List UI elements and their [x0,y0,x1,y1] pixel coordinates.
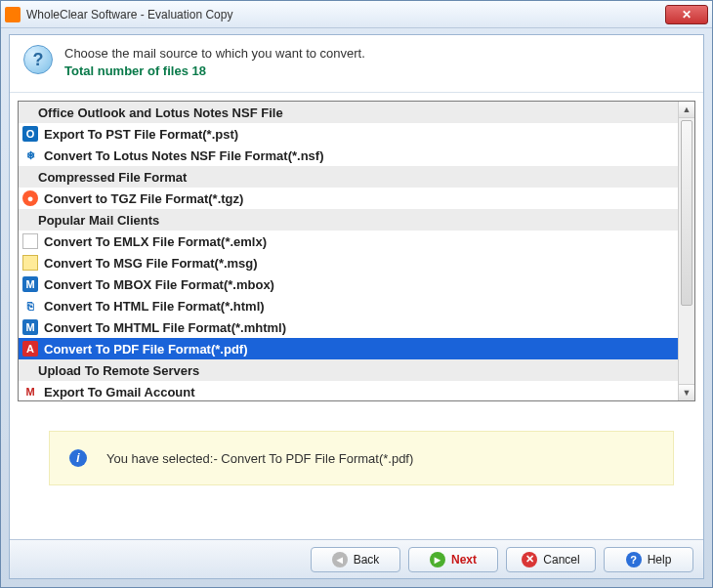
format-option-gmail[interactable]: MExport To Gmail Account [19,381,678,400]
close-button[interactable]: ✕ [665,5,708,24]
gmail-icon: M [22,384,38,399]
format-option-tgz[interactable]: ●Convert to TGZ File Format(*.tgz) [19,188,678,209]
format-list[interactable]: Office Outlook and Lotus Notes NSF FileO… [19,102,678,400]
format-label: Convert To Lotus Notes NSF File Format(*… [44,148,324,163]
cancel-icon: ✕ [522,552,537,567]
format-label: Convert To PDF File Format(*.pdf) [44,342,247,357]
next-button[interactable]: ► Next [408,547,498,572]
cancel-button[interactable]: ✕ Cancel [506,547,596,572]
pst-icon: O [22,126,38,142]
nsf-icon: ❄ [22,147,38,163]
format-label: Convert to TGZ File Format(*.tgz) [44,191,243,206]
header-text: Choose the mail source to which you want… [64,45,365,80]
scroll-down-arrow[interactable]: ▼ [679,384,694,400]
group-header: Compressed File Format [19,166,678,188]
back-button[interactable]: ◄ Back [311,547,400,572]
file-count: Total number of files 18 [64,63,365,80]
format-label: Export To PST File Format(*.pst) [44,127,238,142]
html-icon: ⎘ [22,298,38,314]
emlx-icon [22,233,38,249]
window-title: WholeClear Software - Evaluation Copy [26,8,665,21]
pdf-icon: A [22,341,38,357]
format-option-emlx[interactable]: Convert To EMLX File Format(*.emlx) [19,231,678,252]
help-icon-small: ? [626,552,642,567]
format-list-container: Office Outlook and Lotus Notes NSF FileO… [18,101,695,401]
help-icon: ? [23,45,53,74]
button-bar: ◄ Back ► Next ✕ Cancel ? Help [10,539,703,578]
scroll-up-arrow[interactable]: ▲ [679,102,694,118]
format-option-pdf[interactable]: AConvert To PDF File Format(*.pdf) [19,338,678,359]
app-window: WholeClear Software - Evaluation Copy ✕ … [0,0,713,588]
cancel-label: Cancel [543,553,579,567]
instruction-text: Choose the mail source to which you want… [64,45,365,63]
header-area: ? Choose the mail source to which you wa… [10,35,703,93]
back-icon: ◄ [332,552,348,567]
format-option-mbox[interactable]: MConvert To MBOX File Format(*.mbox) [19,273,678,295]
info-box: i You have selected:- Convert To PDF Fil… [49,431,674,485]
format-label: Convert To MSG File Format(*.msg) [44,256,258,271]
format-label: Convert To HTML File Format(*.html) [44,299,265,314]
help-button[interactable]: ? Help [604,547,693,572]
format-label: Convert To MBOX File Format(*.mbox) [44,277,274,292]
format-label: Convert To MHTML File Format(*.mhtml) [44,320,286,335]
format-option-nsf[interactable]: ❄Convert To Lotus Notes NSF File Format(… [19,145,678,166]
format-label: Convert To EMLX File Format(*.emlx) [44,234,267,249]
tgz-icon: ● [22,190,38,206]
scroll-thumb[interactable] [681,120,692,306]
info-icon: i [69,449,87,467]
content-pane: ? Choose the mail source to which you wa… [9,34,704,579]
scrollbar[interactable]: ▲ ▼ [678,102,694,400]
mhtml-icon: M [22,319,38,335]
msg-icon [22,255,38,271]
back-label: Back [354,553,380,567]
help-label: Help [648,553,672,567]
format-option-pst[interactable]: OExport To PST File Format(*.pst) [19,123,678,145]
app-icon [5,7,21,22]
next-label: Next [451,553,477,567]
mbox-icon: M [22,276,38,292]
format-option-msg[interactable]: Convert To MSG File Format(*.msg) [19,252,678,273]
format-option-html[interactable]: ⎘Convert To HTML File Format(*.html) [19,295,678,316]
info-message: You have selected:- Convert To PDF File … [106,451,413,466]
titlebar: WholeClear Software - Evaluation Copy ✕ [1,1,712,28]
next-icon: ► [430,552,445,567]
format-option-mhtml[interactable]: MConvert To MHTML File Format(*.mhtml) [19,316,678,338]
group-header: Upload To Remote Servers [19,359,678,381]
group-header: Office Outlook and Lotus Notes NSF File [19,102,678,123]
format-label: Export To Gmail Account [44,385,195,399]
group-header: Popular Mail Clients [19,209,678,231]
